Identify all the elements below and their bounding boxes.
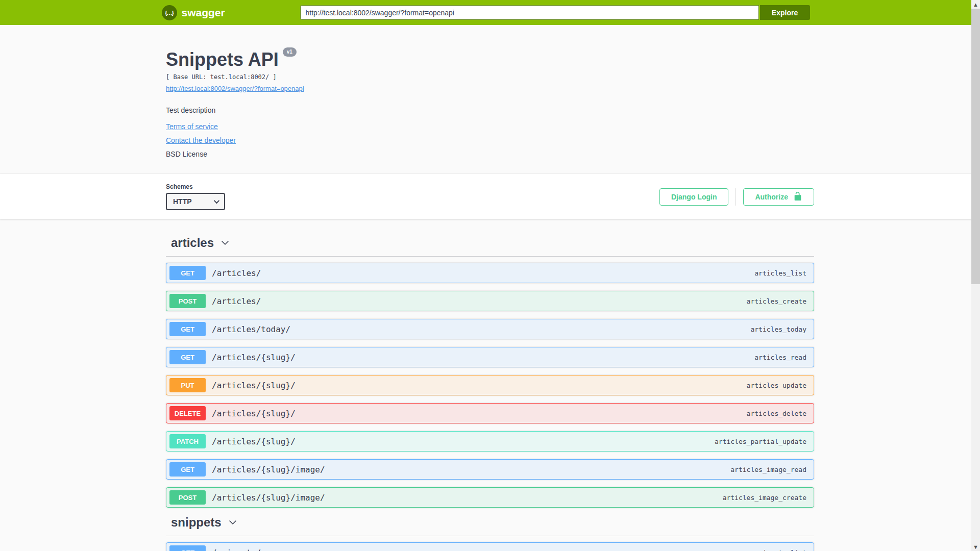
spec-link[interactable]: http://test.local:8002/swagger/?format=o… bbox=[166, 85, 304, 92]
auth-divider bbox=[736, 188, 736, 206]
method-badge: GET bbox=[169, 322, 206, 336]
method-badge: GET bbox=[169, 545, 206, 551]
authorize-button[interactable]: Authorize bbox=[743, 188, 814, 206]
chevron-down-icon bbox=[220, 238, 230, 248]
operation-row[interactable]: GET /articles/ articles_list bbox=[166, 263, 814, 283]
api-description: Test description bbox=[166, 106, 814, 114]
django-login-button[interactable]: Django Login bbox=[659, 188, 728, 206]
tag-section-snippets: snippets GET /snippets/ snippets_list bbox=[166, 515, 814, 551]
method-badge: POST bbox=[169, 294, 206, 308]
scroll-down-arrow-icon[interactable]: ▼ bbox=[971, 542, 980, 551]
operation-path: /snippets/ bbox=[212, 548, 261, 551]
method-badge: GET bbox=[169, 350, 206, 364]
operation-row[interactable]: GET /articles/{slug}/ articles_read bbox=[166, 347, 814, 367]
version-badge: v1 bbox=[283, 47, 297, 57]
operation-id: articles_read bbox=[754, 354, 806, 361]
tag-header[interactable]: articles bbox=[166, 236, 814, 257]
operations-section: articles GET /articles/ articles_list PO… bbox=[166, 236, 814, 551]
operation-path: /articles/ bbox=[212, 296, 261, 306]
operation-id: articles_image_create bbox=[723, 494, 806, 502]
tag-name: snippets bbox=[171, 515, 222, 530]
method-badge: GET bbox=[169, 266, 206, 280]
operation-id: articles_create bbox=[747, 297, 806, 305]
operation-id: articles_delete bbox=[747, 410, 806, 417]
operation-id: articles_update bbox=[747, 382, 806, 389]
method-badge: DELETE bbox=[169, 406, 206, 420]
unlocked-padlock-icon bbox=[793, 191, 802, 202]
operation-row[interactable]: GET /articles/{slug}/image/ articles_ima… bbox=[166, 459, 814, 480]
operation-path: /articles/{slug}/ bbox=[212, 409, 296, 418]
tag-header[interactable]: snippets bbox=[166, 515, 814, 536]
operation-path: /articles/{slug}/ bbox=[212, 353, 296, 362]
swagger-brand: {…} swagger bbox=[162, 5, 225, 20]
operation-id: articles_partial_update bbox=[715, 438, 806, 445]
spec-url-input[interactable] bbox=[300, 5, 759, 20]
method-badge: PATCH bbox=[169, 434, 206, 448]
operation-row[interactable]: POST /articles/{slug}/image/ articles_im… bbox=[166, 487, 814, 508]
operation-list: GET /snippets/ snippets_list bbox=[166, 536, 814, 551]
page-title: Snippets API v1 bbox=[166, 51, 297, 69]
api-title-text: Snippets API bbox=[166, 51, 279, 69]
schemes-selected-value: HTTP bbox=[173, 197, 192, 206]
operation-path: /articles/{slug}/ bbox=[212, 437, 296, 446]
operation-path: /articles/today/ bbox=[212, 324, 290, 334]
contact-developer-link[interactable]: Contact the developer bbox=[166, 136, 236, 144]
schemes-label: Schemes bbox=[166, 183, 225, 190]
scrollbar-thumb[interactable] bbox=[971, 9, 980, 284]
method-badge: POST bbox=[169, 490, 206, 505]
operation-list: GET /articles/ articles_list POST /artic… bbox=[166, 257, 814, 508]
operation-row[interactable]: GET /snippets/ snippets_list bbox=[166, 542, 814, 551]
operation-id: articles_image_read bbox=[730, 466, 806, 473]
operation-row[interactable]: GET /articles/today/ articles_today bbox=[166, 319, 814, 339]
operation-row[interactable]: DELETE /articles/{slug}/ articles_delete bbox=[166, 403, 814, 423]
license-text: BSD License bbox=[166, 150, 814, 158]
operation-row[interactable]: PATCH /articles/{slug}/ articles_partial… bbox=[166, 431, 814, 452]
tag-name: articles bbox=[171, 236, 214, 250]
chevron-down-icon bbox=[228, 517, 238, 528]
vertical-scrollbar[interactable]: ▲ ▼ bbox=[971, 0, 980, 551]
operation-path: /articles/{slug}/image/ bbox=[212, 493, 325, 503]
operation-row[interactable]: PUT /articles/{slug}/ articles_update bbox=[166, 375, 814, 395]
authorize-label: Authorize bbox=[755, 193, 788, 201]
operation-path: /articles/{slug}/image/ bbox=[212, 465, 325, 474]
scroll-up-arrow-icon[interactable]: ▲ bbox=[971, 0, 980, 9]
operation-row[interactable]: POST /articles/ articles_create bbox=[166, 291, 814, 311]
terms-of-service-link[interactable]: Terms of service bbox=[166, 122, 218, 131]
base-url: [ Base URL: test.local:8002/ ] bbox=[166, 73, 814, 81]
explore-button[interactable]: Explore bbox=[760, 5, 810, 20]
api-info-section: Snippets API v1 [ Base URL: test.local:8… bbox=[0, 25, 980, 173]
swagger-logo-icon: {…} bbox=[162, 5, 177, 20]
topbar: {…} swagger Explore bbox=[0, 0, 971, 25]
tag-section-articles: articles GET /articles/ articles_list PO… bbox=[166, 236, 814, 508]
chevron-down-icon bbox=[214, 198, 219, 204]
schemes-select[interactable]: HTTP bbox=[166, 193, 225, 210]
operation-path: /articles/{slug}/ bbox=[212, 381, 296, 390]
django-login-label: Django Login bbox=[671, 193, 717, 201]
scheme-container: Schemes HTTP Django Login Authorize bbox=[0, 173, 980, 219]
operation-id: articles_today bbox=[750, 325, 806, 333]
operation-id: snippets_list bbox=[754, 549, 806, 551]
brand-name: swagger bbox=[182, 7, 225, 19]
method-badge: GET bbox=[169, 462, 206, 477]
method-badge: PUT bbox=[169, 378, 206, 392]
operation-path: /articles/ bbox=[212, 268, 261, 278]
operation-id: articles_list bbox=[754, 269, 806, 277]
